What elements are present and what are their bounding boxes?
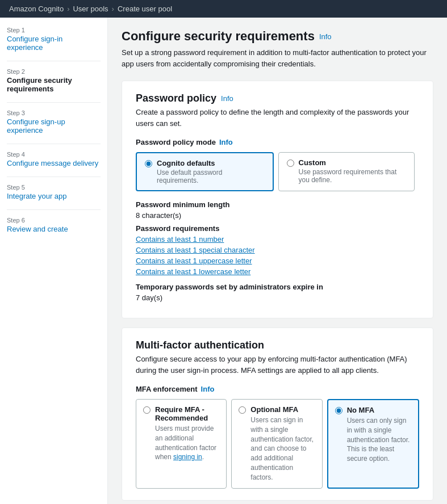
policy-mode-label: Password policy mode Info: [136, 138, 419, 146]
mfa-desc: Configure secure access to your app by e…: [136, 354, 419, 376]
optional-mfa-desc: Users can sign in with a single authenti…: [250, 415, 315, 482]
mfa-title: Multi-factor authentication: [136, 339, 264, 351]
breadcrumb-userpools[interactable]: User pools: [73, 5, 108, 13]
password-policy-card: Password policy Info Create a password p…: [122, 81, 433, 318]
main-content: Configure security requirements Info Set…: [108, 18, 447, 504]
sidebar-step-2: Step 2 Configure security requirements: [7, 68, 101, 93]
req-special: Contains at least 1 special character: [136, 246, 419, 254]
page-title-row: Configure security requirements Info: [122, 29, 433, 44]
no-mfa-title: No MFA: [347, 406, 411, 414]
sidebar-step-5: Step 5 Integrate your app: [7, 184, 101, 200]
breadcrumb-current: Create user pool: [118, 5, 172, 13]
sidebar-divider-5: [7, 209, 101, 210]
sidebar-step-4: Step 4 Configure message delivery: [7, 151, 101, 167]
require-mfa-radio[interactable]: [143, 406, 151, 414]
policy-cognito-defaults-radio[interactable]: [145, 160, 152, 167]
step3-label: Step 3: [7, 110, 101, 116]
no-mfa-desc: Users can only sign in with a single aut…: [347, 416, 411, 464]
no-mfa-option[interactable]: No MFA Users can only sign in with a sin…: [327, 399, 419, 489]
policy-custom-option[interactable]: Custom Use password requirements that yo…: [278, 152, 415, 191]
policy-mode-info-link[interactable]: Info: [219, 138, 233, 146]
policy-cognito-defaults-option[interactable]: Cognito defaults Use default password re…: [136, 152, 274, 191]
step4-link[interactable]: Configure message delivery: [7, 159, 98, 167]
mfa-radio-group: Require MFA - Recommended Users must pro…: [136, 399, 419, 489]
policy-mode-radio-group: Cognito defaults Use default password re…: [136, 152, 419, 191]
requirements-row: Password requirements Contains at least …: [136, 224, 419, 276]
sidebar-divider-2: [7, 102, 101, 103]
step6-label: Step 6: [7, 217, 101, 224]
mfa-info-link[interactable]: Info: [201, 385, 215, 393]
mfa-card: Multi-factor authentication Configure se…: [122, 327, 433, 501]
page-info-link[interactable]: Info: [319, 32, 332, 41]
requirements-label: Password requirements: [136, 224, 419, 233]
require-mfa-option[interactable]: Require MFA - Recommended Users must pro…: [136, 399, 227, 489]
step1-label: Step 1: [7, 27, 101, 33]
custom-desc: Use password requirements that you defin…: [299, 168, 407, 184]
breadcrumb-cognito[interactable]: Amazon Cognito: [9, 5, 64, 13]
no-mfa-radio[interactable]: [335, 407, 342, 414]
custom-title: Custom: [299, 158, 407, 167]
page-description: Set up a strong password requirement in …: [122, 47, 433, 69]
password-policy-title-row: Password policy Info: [136, 93, 419, 104]
step2-current: Configure security requirements: [7, 76, 101, 93]
password-policy-info-link[interactable]: Info: [221, 94, 233, 103]
optional-mfa-radio[interactable]: [239, 406, 246, 414]
temp-pass-label: Temporary passwords set by administrator…: [136, 283, 419, 291]
password-policy-desc: Create a password policy to define the l…: [136, 107, 419, 129]
temp-pass-row: Temporary passwords set by administrator…: [136, 283, 419, 302]
sidebar-step-1: Step 1 Configure sign-in experience: [7, 27, 101, 52]
optional-mfa-title: Optional MFA: [250, 405, 315, 414]
cognito-defaults-desc: Use default password requirements.: [157, 169, 265, 184]
step1-link[interactable]: Configure sign-in experience: [7, 35, 62, 52]
step3-link[interactable]: Configure sign-up experience: [7, 117, 65, 135]
requirements-list: Contains at least 1 number Contains at l…: [136, 235, 419, 276]
step4-label: Step 4: [7, 151, 101, 158]
signing-in-link[interactable]: signing in: [173, 453, 202, 461]
sidebar-step-6: Step 6 Review and create: [7, 217, 101, 233]
sidebar-step-3: Step 3 Configure sign-up experience: [7, 110, 101, 135]
require-mfa-title: Require MFA - Recommended: [155, 405, 219, 422]
policy-custom-radio[interactable]: [287, 159, 294, 167]
optional-mfa-option[interactable]: Optional MFA Users can sign in with a si…: [231, 399, 322, 489]
step5-link[interactable]: Integrate your app: [7, 192, 67, 200]
mfa-title-row: Multi-factor authentication: [136, 339, 419, 351]
breadcrumb-sep-2: ›: [112, 5, 114, 13]
page-title: Configure security requirements: [122, 29, 315, 44]
req-lowercase: Contains at least 1 lowercase letter: [136, 267, 419, 276]
req-uppercase: Contains at least 1 uppercase letter: [136, 257, 419, 265]
min-length-label: Password minimum length: [136, 200, 419, 209]
top-nav: Amazon Cognito › User pools › Create use…: [0, 0, 447, 18]
step5-label: Step 5: [7, 184, 101, 191]
sidebar: Step 1 Configure sign-in experience Step…: [0, 18, 108, 504]
breadcrumb-sep-1: ›: [67, 5, 69, 13]
min-length-row: Password minimum length 8 character(s): [136, 200, 419, 220]
password-policy-title: Password policy: [136, 93, 216, 104]
cognito-defaults-title: Cognito defaults: [157, 159, 265, 167]
mfa-enforcement-label: MFA enforcement Info: [136, 385, 419, 393]
sidebar-divider-4: [7, 177, 101, 177]
sidebar-divider-1: [7, 61, 101, 61]
step2-label: Step 2: [7, 68, 101, 75]
sidebar-divider-3: [7, 144, 101, 144]
step6-link[interactable]: Review and create: [7, 225, 68, 233]
page-container: Step 1 Configure sign-in experience Step…: [0, 18, 447, 504]
min-length-value: 8 character(s): [136, 211, 419, 220]
temp-pass-value: 7 day(s): [136, 293, 419, 302]
req-number: Contains at least 1 number: [136, 235, 419, 243]
require-mfa-desc: Users must provide an additional authent…: [155, 424, 219, 462]
